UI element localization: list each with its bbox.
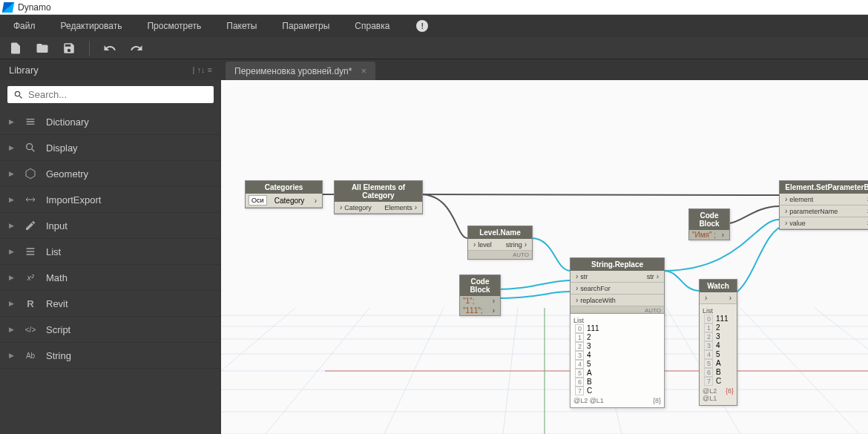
text-icon: Ab xyxy=(24,349,37,362)
tab-close-icon[interactable]: × xyxy=(361,65,366,76)
lib-item-input[interactable]: ▶Input xyxy=(0,213,221,239)
node-level-name[interactable]: Level.Name ›level string› AUTO xyxy=(467,226,533,260)
lib-item-geometry[interactable]: ▶Geometry xyxy=(0,161,221,187)
node-preview[interactable]: List 0111 12 23 34 45 5A 6B 7C @L2 @L1{8… xyxy=(570,313,665,408)
port-out[interactable]: Elements xyxy=(384,204,412,211)
port-out[interactable]: string xyxy=(506,241,522,249)
svg-point-0 xyxy=(27,144,33,150)
menu-settings[interactable]: Параметры xyxy=(276,18,335,34)
lib-item-display[interactable]: ▶Display xyxy=(0,135,221,161)
node-set-parameter[interactable]: Element.SetParameterB ›element› ›paramet… xyxy=(779,180,868,230)
svg-line-12 xyxy=(503,308,518,434)
categories-dropdown[interactable]: Оси xyxy=(249,195,267,206)
open-folder-icon[interactable] xyxy=(36,42,49,55)
node-title: Code Block xyxy=(460,275,500,296)
search-icon xyxy=(13,90,24,100)
tab-label: Переименовка уровней.dyn* xyxy=(234,66,352,76)
menu-file[interactable]: Файл xyxy=(7,18,42,34)
lib-item-string[interactable]: ▶AbString xyxy=(0,343,221,369)
svg-line-11 xyxy=(384,308,444,434)
redo-icon[interactable] xyxy=(130,42,143,55)
port-out[interactable]: str xyxy=(647,273,654,280)
lib-label: String xyxy=(46,350,71,361)
library-header: Library | ↑↓ ≡ xyxy=(0,59,221,80)
toolbar-divider xyxy=(89,41,90,56)
code-text[interactable]: "Имя" ; xyxy=(692,231,716,239)
svg-line-10 xyxy=(266,308,369,434)
lib-label: Display xyxy=(46,142,78,154)
port-value[interactable]: value xyxy=(789,220,806,227)
book-icon xyxy=(24,115,37,128)
lib-item-script[interactable]: ▶</>Script xyxy=(0,317,221,343)
lib-item-dictionary[interactable]: ▶Dictionary xyxy=(0,109,221,135)
code-text[interactable]: "1"; xyxy=(463,297,474,305)
lib-label: Revit xyxy=(46,298,68,309)
revit-icon: R xyxy=(24,297,37,310)
search-input[interactable] xyxy=(28,89,208,100)
code-icon: </> xyxy=(24,323,37,336)
app-title: Dynamo xyxy=(18,2,51,13)
svg-line-16 xyxy=(740,308,859,434)
port-in[interactable]: Category xyxy=(344,204,372,211)
canvas-area: Переименовка уровней.dyn* × xyxy=(221,59,868,434)
library-view-toggles[interactable]: | ↑↓ ≡ xyxy=(193,65,212,74)
node-title: Element.SetParameterB xyxy=(780,181,868,194)
menu-help[interactable]: Справка xyxy=(349,18,395,34)
lib-label: ImportExport xyxy=(46,194,101,206)
undo-icon[interactable] xyxy=(103,42,116,55)
menu-packages[interactable]: Пакеты xyxy=(220,18,263,34)
menu-view[interactable]: Просмотреть xyxy=(141,18,207,34)
lib-item-math[interactable]: ▶x²Math xyxy=(0,265,221,291)
node-title: All Elements of Category xyxy=(335,181,422,202)
svg-line-9 xyxy=(221,308,295,434)
list-icon xyxy=(24,245,37,258)
node-string-replace[interactable]: String.Replace ›strstr› ›searchFor ›repl… xyxy=(570,257,665,315)
lib-item-importexport[interactable]: ▶ImportExport xyxy=(0,187,221,213)
wires xyxy=(221,80,868,434)
lib-label: Geometry xyxy=(46,168,88,180)
node-title: Watch xyxy=(700,280,737,292)
port-replacewith[interactable]: replaceWith xyxy=(580,297,616,304)
node-categories[interactable]: Categories Оси Category› xyxy=(245,180,323,208)
lib-item-list[interactable]: ▶List xyxy=(0,239,221,265)
node-title: Categories xyxy=(246,181,322,194)
port-searchfor[interactable]: searchFor xyxy=(580,285,611,292)
port-in[interactable]: level xyxy=(478,241,492,249)
cube-icon xyxy=(24,167,37,180)
node-title: Level.Name xyxy=(468,226,532,239)
port-element[interactable]: element xyxy=(789,196,813,203)
preview-label: List xyxy=(573,317,661,324)
node-lacing: AUTO xyxy=(468,251,532,259)
app-logo-icon xyxy=(2,2,14,13)
info-icon[interactable]: ! xyxy=(416,20,428,32)
code-text[interactable]: "111"; xyxy=(463,306,483,315)
math-icon: x² xyxy=(24,271,37,284)
new-file-icon[interactable] xyxy=(9,42,22,55)
tab-strip: Переименовка уровней.dyn* × xyxy=(221,59,868,80)
swap-icon xyxy=(24,193,37,206)
toolbar xyxy=(0,37,868,59)
node-codeblock-name[interactable]: Code Block "Имя" ;› xyxy=(688,208,730,240)
save-icon[interactable] xyxy=(62,42,76,55)
lib-label: Script xyxy=(46,324,70,335)
node-watch[interactable]: Watch ›› List 0111 12 23 34 45 5A 6B 7C … xyxy=(699,279,737,406)
library-title: Library xyxy=(9,65,39,76)
lib-label: List xyxy=(46,246,61,257)
search-box[interactable] xyxy=(7,86,214,103)
menubar: Файл Редактировать Просмотреть Пакеты Па… xyxy=(0,15,868,37)
port-str[interactable]: str xyxy=(580,273,588,280)
library-list: ▶Dictionary ▶Display ▶Geometry ▶ImportEx… xyxy=(0,109,221,434)
magnify-icon xyxy=(24,141,37,154)
port-out[interactable]: Category xyxy=(274,197,305,205)
pencil-icon xyxy=(24,219,37,232)
watch-label: List xyxy=(703,307,734,315)
document-tab[interactable]: Переименовка уровней.dyn* × xyxy=(226,62,375,80)
node-all-elements[interactable]: All Elements of Category ›Category Eleme… xyxy=(334,180,423,214)
node-canvas[interactable]: Categories Оси Category› All Elements of… xyxy=(221,80,868,434)
watch-output: List 0111 12 23 34 45 5A 6B 7C @L2 @L1{8… xyxy=(700,304,737,405)
lib-item-revit[interactable]: ▶RRevit xyxy=(0,291,221,317)
menu-edit[interactable]: Редактировать xyxy=(55,18,128,34)
lib-label: Dictionary xyxy=(46,116,89,128)
node-codeblock-search[interactable]: Code Block "1";› "111";› xyxy=(459,274,501,316)
port-paramname[interactable]: parameterName xyxy=(789,208,838,215)
